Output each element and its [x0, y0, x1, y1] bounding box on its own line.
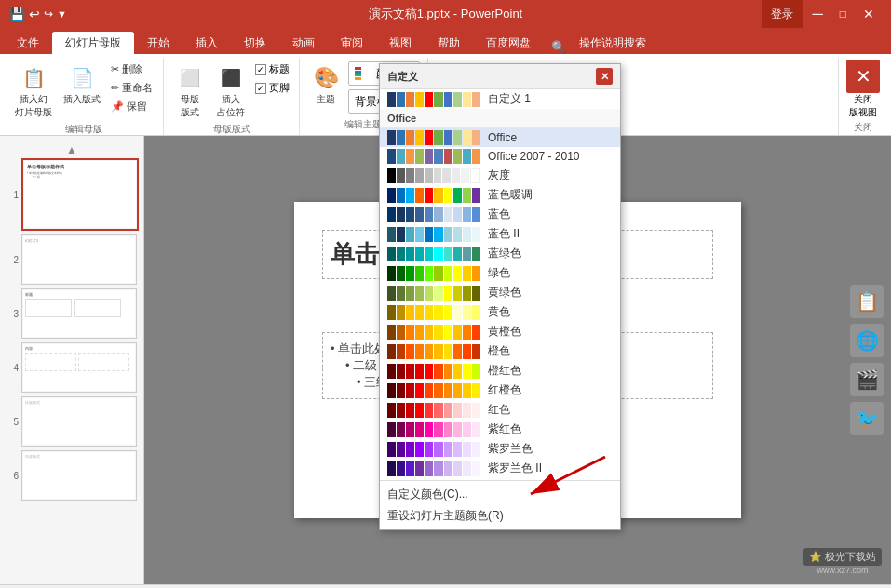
- blue-item[interactable]: 蓝色: [380, 205, 620, 224]
- slide-item-3[interactable]: 3 标题: [4, 288, 140, 339]
- icon-2[interactable]: 🌐: [850, 324, 884, 357]
- slide-num-1: 1: [4, 190, 19, 200]
- orange-item[interactable]: 橙色: [380, 341, 620, 361]
- magenta-item[interactable]: 紫红色: [380, 420, 620, 439]
- tab-view[interactable]: 视图: [376, 32, 425, 54]
- title-checkbox[interactable]: ✓ 标题: [253, 61, 291, 77]
- delete-button[interactable]: ✂ 删除: [108, 61, 155, 77]
- title-check-icon: ✓: [255, 64, 266, 75]
- violet-item[interactable]: 紫罗兰色: [380, 439, 620, 459]
- grayscale-swatch: [387, 168, 480, 183]
- yellow-orange-swatch: [387, 325, 480, 340]
- login-button[interactable]: 登录: [762, 0, 803, 28]
- group-master-layout-label: 母版版式: [213, 121, 250, 136]
- tab-slidemaster[interactable]: 幻灯片母版: [52, 32, 134, 54]
- custom-color-item[interactable]: 自定义 1: [380, 89, 620, 109]
- violet-swatch: [387, 442, 480, 457]
- maximize-button[interactable]: □: [832, 7, 854, 20]
- slide-thumb-2[interactable]: 幻灯片2: [21, 234, 137, 285]
- slide-thumb-5[interactable]: 比较版式: [21, 396, 137, 447]
- dropdown-close-button[interactable]: ✕: [596, 68, 613, 85]
- title-text: 演示文稿1.pptx - PowerPoint: [369, 6, 522, 22]
- tab-insert[interactable]: 插入: [182, 32, 231, 54]
- minimize-button[interactable]: ─: [804, 6, 830, 22]
- footer-checkbox[interactable]: ✓ 页脚: [253, 80, 291, 96]
- red-item[interactable]: 红色: [380, 400, 620, 420]
- theme-icon: 🎨: [311, 63, 341, 93]
- teal-swatch: [387, 247, 480, 261]
- insert-placeholder-button[interactable]: ⬛ 插入占位符: [212, 61, 250, 121]
- ribbon-group-edit-master: 📋 插入幻灯片母版 📄 插入版式 ✂ 删除 ✏ 重命名 📌 保留: [4, 58, 164, 135]
- tab-search[interactable]: 操作说明搜索: [566, 32, 659, 54]
- scroll-up-button[interactable]: ▲: [4, 143, 140, 156]
- undo-icon[interactable]: ↩: [29, 7, 40, 21]
- keep-button[interactable]: 📌 保留: [108, 99, 155, 114]
- title-bar: 💾 ↩ ↪ ▼ 演示文稿1.pptx - PowerPoint 登录 ─ □ ✕: [0, 0, 891, 28]
- close-view-button[interactable]: ✕ 关闭版视图: [846, 60, 880, 119]
- slide-item-4[interactable]: 4 内容: [4, 342, 140, 393]
- tab-animation[interactable]: 动画: [279, 32, 328, 54]
- insert-layout-button[interactable]: 📄 插入版式: [60, 61, 104, 108]
- search-icon: 🔍: [551, 40, 566, 54]
- save-icon[interactable]: 💾: [9, 7, 25, 21]
- slide-item-6[interactable]: 6 内容版式: [4, 450, 140, 501]
- slide-item-1[interactable]: 1 单击母版标题样式 • 单击此处编辑母版文本样式 • 二级: [4, 158, 140, 231]
- group-close-label: 关闭: [854, 119, 872, 134]
- insert-slide-master-icon: 📋: [19, 63, 48, 93]
- dropdown-scroll-area[interactable]: 自定义 1 Office Office: [380, 89, 620, 480]
- reset-theme-color-button[interactable]: 重设幻灯片主题颜色(R): [380, 505, 620, 527]
- close-button[interactable]: ✕: [856, 7, 882, 21]
- slide-thumb-6[interactable]: 内容版式: [21, 450, 137, 501]
- custom-color-footer-button[interactable]: 自定义颜色(C)...: [380, 484, 620, 505]
- slide-thumb-3[interactable]: 标题: [21, 288, 137, 339]
- red-orange-item[interactable]: 红橙色: [380, 381, 620, 400]
- office-item[interactable]: Office: [380, 128, 620, 147]
- redo-icon[interactable]: ↪: [44, 7, 53, 20]
- slide-num-3: 3: [4, 309, 19, 319]
- rename-icon: ✏: [111, 82, 119, 94]
- yellow-label: 黄色: [488, 304, 510, 320]
- teal-item[interactable]: 蓝绿色: [380, 244, 620, 263]
- tab-transition[interactable]: 切换: [231, 32, 279, 54]
- close-view-group: ✕ 关闭版视图 关闭: [838, 58, 887, 135]
- blue2-item[interactable]: 蓝色 II: [380, 224, 620, 244]
- rename-button[interactable]: ✏ 重命名: [108, 80, 155, 96]
- yellow-swatch: [387, 305, 480, 320]
- insert-layout-icon: 📄: [67, 63, 97, 93]
- office2007-item[interactable]: Office 2007 - 2010: [380, 147, 620, 166]
- tab-file[interactable]: 文件: [4, 32, 52, 54]
- slide-thumb-1[interactable]: 单击母版标题样式 • 单击此处编辑母版文本样式 • 二级: [21, 158, 139, 231]
- red-orange-label: 红橙色: [488, 382, 521, 398]
- tab-help[interactable]: 帮助: [425, 32, 473, 54]
- group-edit-label: 编辑母版: [65, 121, 102, 136]
- tab-home[interactable]: 开始: [134, 32, 182, 54]
- red-label: 红色: [488, 402, 510, 418]
- slide-item-5[interactable]: 5 比较版式: [4, 396, 140, 447]
- grayscale-item[interactable]: 灰度: [380, 166, 620, 185]
- icon-1[interactable]: 📋: [850, 285, 884, 318]
- tab-baidu[interactable]: 百度网盘: [473, 32, 544, 54]
- blue-warm-item[interactable]: 蓝色暖调: [380, 185, 620, 205]
- tab-review[interactable]: 审阅: [328, 32, 376, 54]
- insert-slide-master-button[interactable]: 📋 插入幻灯片母版: [11, 61, 56, 121]
- orange-red-label: 橙红色: [488, 363, 521, 379]
- orange-red-item[interactable]: 橙红色: [380, 361, 620, 381]
- yellow-item[interactable]: 黄色: [380, 302, 620, 322]
- slide-thumb-4[interactable]: 内容: [21, 342, 137, 393]
- green-item[interactable]: 绿色: [380, 263, 620, 283]
- slide-item-2[interactable]: 2 幻灯片2: [4, 234, 140, 285]
- orange-label: 橙色: [488, 343, 510, 359]
- more-icon[interactable]: ▼: [57, 8, 67, 20]
- blue-warm-swatch: [387, 188, 480, 203]
- custom-color-label: 自定义 1: [488, 91, 531, 107]
- master-layout-button[interactable]: ⬜ 母版版式: [171, 61, 209, 121]
- violet2-item[interactable]: 紫罗兰色 II: [380, 459, 620, 478]
- yellow-orange-label: 黄橙色: [488, 324, 521, 340]
- theme-button[interactable]: 🎨 主题: [307, 61, 344, 108]
- yellow-green-item[interactable]: 黄绿色: [380, 283, 620, 302]
- icon-3[interactable]: 🎬: [850, 363, 884, 396]
- yellow-orange-item[interactable]: 黄橙色: [380, 322, 620, 341]
- office-label: Office: [488, 131, 517, 144]
- icon-4[interactable]: 🐦: [850, 402, 884, 435]
- yellow-green-label: 黄绿色: [488, 285, 521, 301]
